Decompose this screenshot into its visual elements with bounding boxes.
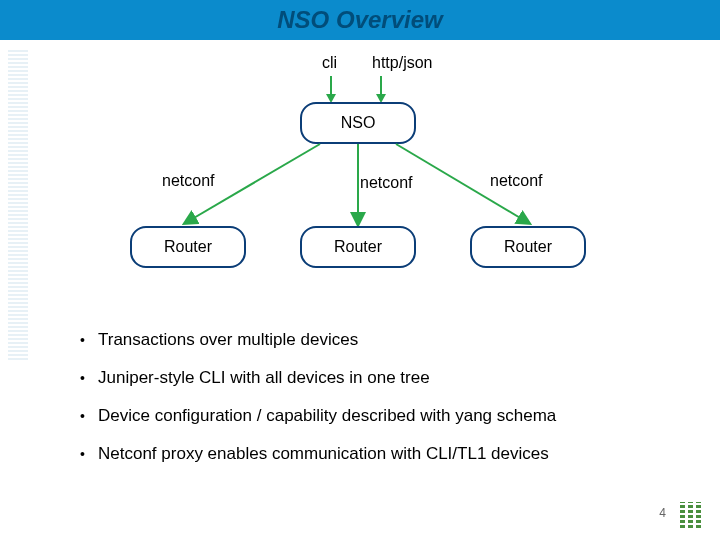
arrow-http-line xyxy=(380,76,382,94)
list-item: Transactions over multiple devices xyxy=(80,330,680,350)
bullet-text: Netconf proxy enables communication with… xyxy=(98,444,549,463)
list-item: Juniper-style CLI with all devices in on… xyxy=(80,368,680,388)
node-router-2: Router xyxy=(300,226,416,268)
node-nso: NSO xyxy=(300,102,416,144)
slide: NSO Overview cli http/json NSO netconf n… xyxy=(0,0,720,540)
label-netconf-1: netconf xyxy=(162,172,214,190)
corner-logo xyxy=(680,502,708,528)
node-router-3: Router xyxy=(470,226,586,268)
node-nso-label: NSO xyxy=(341,114,376,132)
label-netconf-2: netconf xyxy=(360,174,412,192)
page-number: 4 xyxy=(659,506,666,520)
bullet-text: Device configuration / capability descri… xyxy=(98,406,556,425)
side-stripe xyxy=(8,50,28,360)
slide-title: NSO Overview xyxy=(0,6,720,34)
arrow-cli-line xyxy=(330,76,332,94)
node-router-2-label: Router xyxy=(334,238,382,256)
node-router-1-label: Router xyxy=(164,238,212,256)
bullet-text: Transactions over multiple devices xyxy=(98,330,358,349)
list-item: Device configuration / capability descri… xyxy=(80,406,680,426)
node-router-3-label: Router xyxy=(504,238,552,256)
bullet-text: Juniper-style CLI with all devices in on… xyxy=(98,368,430,387)
label-cli: cli xyxy=(322,54,337,72)
bullet-list: Transactions over multiple devices Junip… xyxy=(80,330,680,482)
label-httpjson: http/json xyxy=(372,54,432,72)
node-router-1: Router xyxy=(130,226,246,268)
logo-bar xyxy=(688,502,693,528)
list-item: Netconf proxy enables communication with… xyxy=(80,444,680,464)
logo-bar xyxy=(696,502,701,528)
logo-bar xyxy=(680,502,685,528)
label-netconf-3: netconf xyxy=(490,172,542,190)
